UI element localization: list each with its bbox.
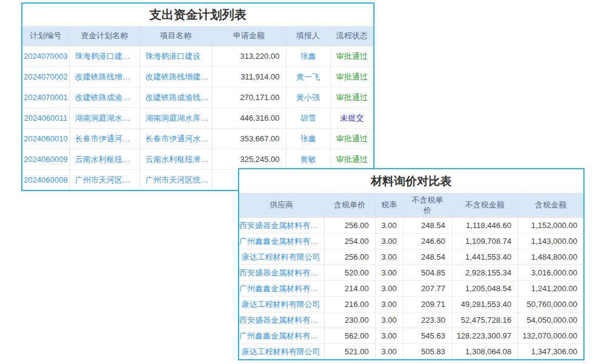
tax-rate-value: 3.00: [375, 344, 403, 360]
material-quote-grid-header: 供应商含税单价税率不含税单价不含税金额含税金额: [239, 194, 583, 218]
plan-no-link[interactable]: 2024060011: [22, 108, 69, 129]
supplier-link[interactable]: 康达工程材料有限公司: [239, 297, 324, 312]
material-quote-grid-body: 西安盛器金属材料有限公司256.003.00248.541,118,446.60…: [239, 218, 583, 360]
amount-without-tax-value: 1,205,048.54: [452, 281, 518, 297]
material-quote-report: 材料询价对比表 供应商含税单价税率不含税单价不含税金额含税金额 西安盛器金属材料…: [238, 168, 585, 360]
amount-without-tax-value: 1,308,064.08: [452, 344, 518, 360]
amount-without-tax-value: 128,223,300.97: [452, 328, 518, 344]
supplier-link[interactable]: 西安盛器金属材料有限公司: [239, 218, 324, 234]
plan-table-row: 2024060011湖南洞庭湖水库引水...湖南洞庭湖水库引...446,316…: [22, 108, 373, 129]
tax-rate-value: 3.00: [375, 218, 403, 234]
amount-value: 353,667.00: [212, 129, 286, 149]
reporter-link[interactable]: 黄小强: [286, 87, 330, 108]
amount-with-tax-value: 1,143,000.00: [518, 234, 583, 249]
reporter-link[interactable]: 张鑫: [286, 46, 330, 67]
header-row: 计划编号资金计划名称项目名称申请金额填报人流程状态: [22, 27, 373, 46]
fund-plan-name-link[interactable]: 长春市伊通河水力发...: [69, 129, 140, 149]
status-badge: 审批通过: [330, 67, 373, 87]
expense-plan-grid: 计划编号资金计划名称项目名称申请金额填报人流程状态 2024070003珠海鹤港…: [22, 27, 373, 190]
amount-value: 313,220.00: [212, 46, 286, 67]
amount-without-tax-value: 49,281,553.40: [452, 297, 518, 312]
amount-value: 311,914.00: [212, 67, 286, 87]
plan-no-link[interactable]: 2024060008: [22, 170, 69, 190]
column-header: 税率: [375, 194, 403, 218]
reporter-link[interactable]: 黄敏: [286, 149, 330, 170]
price-with-tax-value: 562.00: [324, 328, 375, 344]
project-name-link[interactable]: 珠海鹤港口建设: [140, 46, 212, 67]
quote-table-row: 西安盛器金属材料有限公司256.003.00248.541,118,446.60…: [239, 218, 583, 234]
column-header: 申请金额: [212, 27, 286, 46]
project-name-link[interactable]: 长春市伊通河水力...: [140, 129, 212, 149]
amount-without-tax-value: 2,928,155.34: [452, 265, 518, 281]
project-name-link[interactable]: 改建铁路线增建第...: [140, 67, 212, 87]
plan-no-link[interactable]: 2024070002: [22, 67, 69, 87]
quote-table-row: 康达工程材料有限公司216.003.00209.7149,281,553.405…: [239, 297, 583, 312]
expense-plan-grid-header: 计划编号资金计划名称项目名称申请金额填报人流程状态: [22, 27, 373, 46]
supplier-link[interactable]: 广州鑫鑫金属材料有限公司: [239, 328, 324, 344]
quote-table-row: 广州鑫鑫金属材料有限公司254.003.00246.601,109,708.74…: [239, 234, 583, 249]
fund-plan-name-link[interactable]: 广州市天河区统计局...: [69, 170, 140, 190]
column-header: 不含税单价: [403, 194, 452, 218]
price-with-tax-value: 256.00: [324, 218, 375, 234]
reporter-link[interactable]: 张鑫: [286, 129, 330, 149]
plan-table-row: 2024060010长春市伊通河水力发...长春市伊通河水力...353,667…: [22, 129, 373, 149]
amount-value: 270,171.00: [212, 87, 286, 108]
amount-without-tax-value: 52,475,728.16: [452, 312, 518, 328]
expense-plan-report-title: 支出资金计划列表: [22, 4, 373, 27]
header-row: 供应商含税单价税率不含税单价不含税金额含税金额: [239, 194, 583, 218]
amount-without-tax-value: 1,109,708.74: [452, 234, 518, 249]
tax-rate-value: 3.00: [375, 297, 403, 312]
amount-without-tax-value: 1,441,553.40: [452, 249, 518, 265]
fund-plan-name-link[interactable]: 珠海鹤港口建设资金...: [69, 46, 140, 67]
project-name-link[interactable]: 湖南洞庭湖水库引...: [140, 108, 212, 129]
quote-table-row: 广州鑫鑫金属材料有限公司214.003.00207.771,205,048.54…: [239, 281, 583, 297]
fund-plan-name-link[interactable]: 湖南洞庭湖水库引水...: [69, 108, 140, 129]
project-name-link[interactable]: 云南水利枢纽潜明...: [140, 149, 212, 170]
column-header: 供应商: [239, 194, 324, 218]
fund-plan-name-link[interactable]: 改建铁路线增建第二...: [69, 67, 140, 87]
plan-no-link[interactable]: 2024060010: [22, 129, 69, 149]
quote-table-row: 康达工程材料有限公司521.003.00505.831,308,064.081,…: [239, 344, 583, 360]
material-quote-grid: 供应商含税单价税率不含税单价不含税金额含税金额 西安盛器金属材料有限公司256.…: [239, 194, 583, 359]
price-with-tax-value: 214.00: [324, 281, 375, 297]
column-header: 资金计划名称: [69, 27, 140, 46]
price-without-tax-value: 207.77: [403, 281, 452, 297]
column-header: 计划编号: [22, 27, 69, 46]
tax-rate-value: 3.00: [375, 312, 403, 328]
plan-no-link[interactable]: 2024060009: [22, 149, 69, 170]
supplier-link[interactable]: 康达工程材料有限公司: [239, 249, 324, 265]
plan-table-row: 2024060009云南水利枢纽潜明水...云南水利枢纽潜明...325,245…: [22, 149, 373, 170]
plan-no-link[interactable]: 2024070003: [22, 46, 69, 67]
amount-with-tax-value: 1,241,200.00: [518, 281, 583, 297]
reporter-link[interactable]: 胡雪: [286, 108, 330, 129]
reporter-link[interactable]: 黄一飞: [286, 67, 330, 87]
price-with-tax-value: 216.00: [324, 297, 375, 312]
plan-no-link[interactable]: 2024070001: [22, 87, 69, 108]
price-without-tax-value: 504.85: [403, 265, 452, 281]
fund-plan-name-link[interactable]: 云南水利枢纽潜明水...: [69, 149, 140, 170]
price-with-tax-value: 254.00: [324, 234, 375, 249]
material-quote-report-title: 材料询价对比表: [239, 169, 583, 194]
expense-plan-report: 支出资金计划列表 计划编号资金计划名称项目名称申请金额填报人流程状态 20240…: [21, 2, 375, 191]
fund-plan-name-link[interactable]: 改建铁路成渝线增建...: [69, 87, 140, 108]
amount-value: 325,245.00: [212, 149, 286, 170]
column-header: 含税金额: [518, 194, 583, 218]
supplier-link[interactable]: 广州鑫鑫金属材料有限公司: [239, 234, 324, 249]
status-badge: 审批通过: [330, 129, 373, 149]
project-name-link[interactable]: 改建铁路成渝线增...: [140, 87, 212, 108]
amount-value: 446,316.00: [212, 108, 286, 129]
column-header: 不含税金额: [452, 194, 518, 218]
supplier-link[interactable]: 西安盛器金属材料有限公司: [239, 265, 324, 281]
amount-with-tax-value: 132,070,000.00: [518, 328, 583, 344]
supplier-link[interactable]: 康达工程材料有限公司: [239, 344, 324, 360]
price-without-tax-value: 246.60: [403, 234, 452, 249]
status-badge: 审批通过: [330, 46, 373, 67]
price-with-tax-value: 520.00: [324, 265, 375, 281]
page: 支出资金计划列表 计划编号资金计划名称项目名称申请金额填报人流程状态 20240…: [0, 0, 607, 364]
supplier-link[interactable]: 广州鑫鑫金属材料有限公司: [239, 281, 324, 297]
supplier-link[interactable]: 西安盛器金属材料有限公司: [239, 312, 324, 328]
amount-with-tax-value: 3,016,000.00: [518, 265, 583, 281]
price-without-tax-value: 209.71: [403, 297, 452, 312]
project-name-link[interactable]: 广州市天河区统计...: [140, 170, 212, 190]
status-badge: 审批通过: [330, 87, 373, 108]
